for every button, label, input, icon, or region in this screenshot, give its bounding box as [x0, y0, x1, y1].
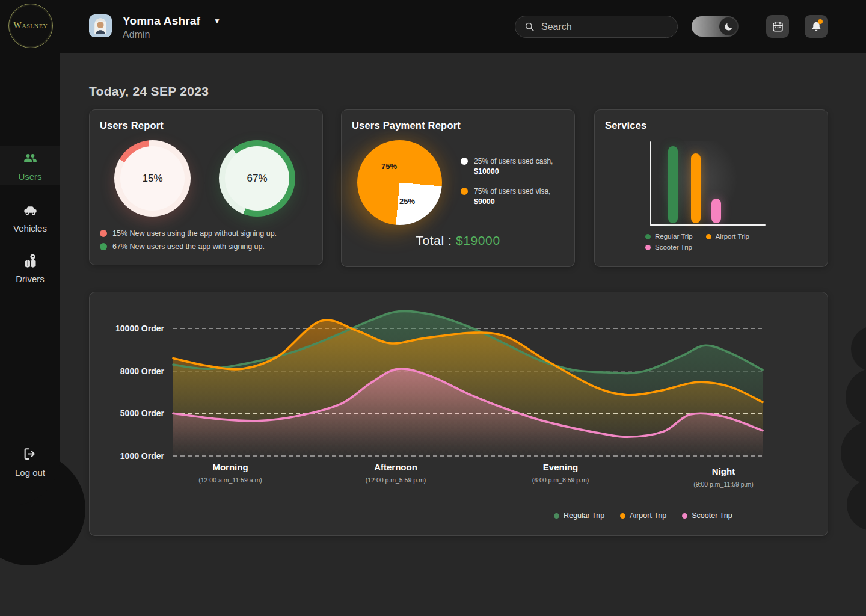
payment-total: Total : $19000 [342, 233, 574, 248]
car-icon [22, 202, 38, 218]
services-bar-chart [643, 141, 769, 226]
y-axis-tick: 1000 Order [96, 451, 164, 461]
sidebar-item-label: Drivers [16, 274, 45, 284]
legend-text: 25% of users used cash, [474, 157, 553, 165]
user-name: Yomna Ashraf [123, 14, 200, 28]
brand-logo: Waslney [8, 4, 53, 48]
sidebar-item-label: Log out [15, 467, 45, 478]
sidebar-item-label: Vehicles [13, 223, 47, 233]
users-report-legend: 15% New users using the app without sign… [100, 229, 277, 251]
x-axis-category: Evening (6:00 p.m_8:59 p.m) [494, 462, 627, 484]
legend-text: 67% New users used the app with signing … [112, 242, 265, 251]
notification-dot [818, 19, 823, 24]
calendar-button[interactable] [766, 15, 789, 38]
legend-text: Scooter Trip [692, 511, 732, 520]
sidebar-item-vehicles[interactable]: Vehicles [0, 202, 60, 233]
theme-toggle-knob [719, 17, 737, 35]
notifications-button[interactable] [805, 15, 828, 38]
legend-dot [554, 513, 559, 519]
legend-item: Scooter Trip [645, 244, 693, 251]
legend-dot [645, 245, 651, 250]
legend-item: Regular Trip [645, 233, 693, 240]
map-pin-icon [22, 253, 38, 269]
donut-value: 67% [247, 173, 267, 185]
y-axis-tick: 5000 Order [96, 408, 164, 418]
total-label: Total : [416, 233, 452, 247]
services-title: Services [605, 120, 647, 131]
donut-value: 15% [142, 173, 162, 185]
x-category-label: Evening [494, 462, 627, 472]
users-icon [22, 150, 38, 167]
moon-icon [723, 22, 734, 32]
app: Waslney Yomna Ashraf ▼ Admin [0, 0, 866, 616]
donut-chart-no-signup: 15% [114, 140, 191, 217]
search-bar [515, 16, 678, 38]
total-value: $19000 [456, 233, 500, 247]
orders-chart-legend: Regular Trip Airport Trip Scooter Trip [554, 511, 732, 520]
donut-chart-signup: 67% [219, 140, 295, 217]
sidebar-item-users[interactable]: Users [0, 150, 60, 182]
legend-item: Scooter Trip [682, 511, 732, 520]
legend-text: Scooter Trip [655, 244, 692, 251]
legend-dot [620, 513, 625, 519]
legend-dot [461, 188, 468, 195]
legend-amount: $9000 [474, 197, 550, 206]
payment-legend: 25% of users used cash, $10000 75% of us… [461, 157, 553, 206]
search-icon [524, 21, 535, 32]
x-category-range: (12:00 a.m_11:59 a.m) [164, 476, 296, 484]
users-report-title: Users Report [100, 120, 164, 131]
sidebar-item-drivers[interactable]: Drivers [0, 253, 60, 284]
legend-dot [100, 243, 107, 250]
legend-dot [100, 230, 107, 237]
x-axis-category: Morning (12:00 a.m_11:59 a.m) [164, 462, 296, 484]
bar-scooter-trip [711, 199, 721, 223]
theme-toggle[interactable] [692, 16, 739, 37]
legend-item: Regular Trip [554, 511, 604, 520]
user-menu[interactable]: Yomna Ashraf ▼ Admin [89, 14, 221, 40]
payment-pie-chart: 75% 25% [357, 140, 442, 225]
sidebar-item-logout[interactable]: Log out [0, 446, 60, 478]
legend-amount: $10000 [474, 167, 553, 176]
orders-line-chart [173, 304, 763, 461]
x-category-label: Morning [164, 462, 296, 472]
legend-item: 75% of users used visa, $9000 [461, 187, 553, 206]
search-input[interactable] [541, 22, 669, 32]
services-legend: Regular Trip Airport Trip Scooter Trip [645, 233, 749, 251]
x-category-range: (9:00 p.m_11:59 p.m) [657, 481, 790, 488]
y-axis-tick: 10000 Order [96, 324, 164, 333]
x-axis-category: Night (9:00 p.m_11:59 p.m) [657, 466, 790, 488]
legend-text: Regular Trip [655, 233, 693, 240]
legend-text: Airport Trip [630, 511, 666, 520]
legend-item: Airport Trip [620, 511, 666, 520]
legend-dot [706, 234, 711, 239]
y-axis-tick: 8000 Order [96, 366, 164, 376]
user-role: Admin [123, 29, 221, 40]
brand-name: Waslney [14, 21, 48, 31]
sidebar-item-label: Users [18, 171, 41, 182]
bar-regular-trip [668, 146, 678, 223]
calendar-icon [772, 20, 784, 33]
x-category-label: Night [657, 466, 790, 476]
users-report-card: Users Report 15% 67% 15% New users using… [89, 109, 323, 265]
y-axis-line [650, 141, 651, 226]
legend-item: Airport Trip [706, 233, 749, 240]
main-content: Today, 24 SEP 2023 Users Report 15% 67% … [0, 0, 866, 616]
payment-report-card: Users Payment Report 75% 25% 25% of user… [341, 109, 575, 267]
legend-text: 75% of users used visa, [474, 187, 550, 196]
x-category-label: Afternoon [330, 462, 462, 472]
legend-dot [645, 234, 651, 239]
sidebar: Users Vehicles [0, 53, 60, 505]
legend-text: Airport Trip [716, 233, 749, 240]
x-category-range: (12:00 p.m_5:59 p.m) [330, 476, 462, 484]
avatar [89, 14, 112, 37]
legend-dot [461, 158, 468, 165]
legend-item: 25% of users used cash, $10000 [461, 157, 553, 176]
bar-airport-trip [691, 153, 701, 223]
chevron-down-icon[interactable]: ▼ [213, 17, 221, 25]
x-axis-line [650, 224, 766, 226]
x-category-range: (6:00 p.m_8:59 p.m) [494, 476, 627, 484]
logout-icon [22, 446, 38, 463]
date-heading: Today, 24 SEP 2023 [89, 84, 209, 99]
orders-chart-card: 10000 Order 8000 Order 5000 Order 1000 O… [89, 292, 828, 536]
legend-dot [682, 513, 687, 519]
